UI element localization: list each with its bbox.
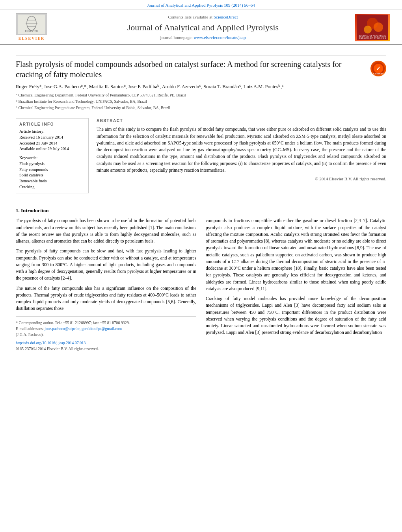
svg-text:ELSEVIER: ELSEVIER — [25, 30, 38, 33]
elsevier-wordmark: ELSEVIER — [19, 36, 45, 41]
svg-text:CrossMark: CrossMark — [373, 72, 383, 75]
keywords-block: Keywords: Flash pyrolysis Fatty compound… — [19, 155, 85, 190]
paper-title: Flash pyrolysis of model compounds adsor… — [16, 59, 351, 80]
authors: Roger Frétyᵃ, Jose G.A. Pachecoᵃ,*, Mari… — [16, 83, 386, 91]
affiliation-c: ᶜ Chemical Engineering Postgraduate Prog… — [16, 105, 386, 111]
doi-line: http://dx.doi.org/10.1016/j.jaap.2014.07… — [16, 340, 196, 346]
elsevier-logo-image: ELSEVIER — [16, 13, 47, 35]
journal-header: ELSEVIER ELSEVIER Contents lists availab… — [0, 9, 402, 45]
article-info-abstract: ARTICLE INFO Article history: Received 1… — [16, 118, 386, 193]
affiliation-b: ᵇ Brazilian Institute for Research and T… — [16, 98, 386, 104]
keyword-5: Cracking — [19, 184, 85, 190]
journal-title: Journal of Analytical and Applied Pyroly… — [51, 22, 355, 34]
left-para-1: The pyrolysis of fatty compounds has bee… — [16, 217, 196, 245]
received-date: Received 16 January 2014 — [19, 135, 85, 141]
journal-homepage: journal homepage: www.elsevier.com/locat… — [51, 35, 355, 41]
keyword-2: Fatty compounds — [19, 167, 85, 173]
section1-heading: 1. Introduction — [16, 207, 386, 214]
journal-center-block: Contents lists available at ScienceDirec… — [51, 14, 355, 41]
svg-text:AND APPLIED PYROLYSIS: AND APPLIED PYROLYSIS — [359, 37, 386, 39]
article-info-box: ARTICLE INFO Article history: Received 1… — [16, 118, 89, 193]
body-section: 1. Introduction The pyrolysis of fatty c… — [0, 193, 402, 351]
abstract-text: The aim of this study is to compare the … — [97, 126, 386, 174]
article-history: Article history: Received 16 January 201… — [19, 129, 85, 152]
history-title: Article history: — [19, 129, 85, 135]
footnote-name: (J.G.A. Pacheco). — [16, 332, 196, 337]
right-para-1: compounds in fractions compatible with e… — [206, 217, 386, 292]
online-date: Available online 29 July 2014 — [19, 146, 85, 152]
email-label: E-mail addresses: — [16, 326, 44, 331]
svg-point-9 — [364, 26, 372, 33]
right-para-2: Cracking of fatty model molecules has pr… — [206, 295, 386, 336]
homepage-link[interactable]: www.elsevier.com/locate/jaap — [194, 35, 246, 40]
elsevier-logo-block: ELSEVIER ELSEVIER — [12, 13, 51, 41]
doi-link[interactable]: http://dx.doi.org/10.1016/j.jaap.2014.07… — [16, 341, 86, 345]
article-info-title: ARTICLE INFO — [19, 122, 85, 127]
journal-logo-right: JOURNAL OF ANALYTICAL AND APPLIED PYROLY… — [355, 14, 390, 41]
column-right: compounds in fractions compatible with e… — [206, 217, 386, 351]
affiliations: ᵃ Chemical Engineering Department, Feder… — [16, 92, 386, 111]
abstract-copyright: © 2014 Elsevier B.V. All rights reserved… — [97, 176, 386, 182]
sciencedirect-link[interactable]: ScienceDirect — [214, 15, 238, 19]
two-column-body: The pyrolysis of fatty compounds has bee… — [16, 217, 386, 351]
keyword-4: Renewable fuels — [19, 178, 85, 184]
left-para-2: The pyrolysis of fatty compounds can be … — [16, 248, 196, 282]
abstract-section: ABSTRACT The aim of this study is to com… — [97, 118, 386, 193]
keywords-title: Keywords: — [19, 155, 85, 161]
crossmark-logo: ✓ CrossMark — [370, 61, 386, 76]
affiliation-a: ᵃ Chemical Engineering Department, Feder… — [16, 92, 386, 98]
accepted-date: Accepted 21 July 2014 — [19, 141, 85, 146]
issn-line: 0165-2370/© 2014 Elsevier B.V. All right… — [16, 346, 196, 352]
email-link[interactable]: jose.pacheco@ufpe.br, geraldo.ufpe@gmail… — [45, 326, 122, 331]
column-left: The pyrolysis of fatty compounds has bee… — [16, 217, 196, 351]
keyword-3: Solid catalysts — [19, 172, 85, 178]
svg-text:✓: ✓ — [376, 65, 381, 72]
keyword-1: Flash pyrolysis — [19, 161, 85, 167]
paper-section: Flash pyrolysis of model compounds adsor… — [0, 45, 402, 193]
abstract-title: ABSTRACT — [97, 118, 386, 124]
svg-point-8 — [374, 22, 383, 32]
banner-text: Journal of Analytical and Applied Pyroly… — [147, 3, 255, 7]
left-para-3: The nature of the fatty compounds also h… — [16, 285, 196, 312]
footnote: * Corresponding author. Tel.: +55 81 212… — [16, 316, 196, 352]
contents-link: Contents lists available at ScienceDirec… — [51, 14, 355, 20]
footnote-emails: E-mail addresses: jose.pacheco@ufpe.br, … — [16, 326, 196, 332]
footnote-corresponding: * Corresponding author. Tel.: +55 81 212… — [16, 320, 196, 326]
journal-banner: Journal of Analytical and Applied Pyroly… — [0, 0, 402, 9]
